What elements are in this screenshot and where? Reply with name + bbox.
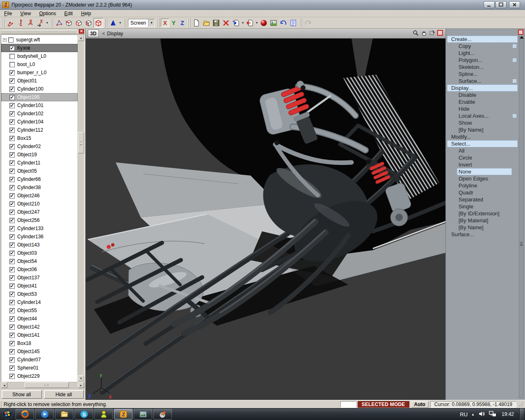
checkbox[interactable] (9, 275, 15, 281)
checkbox[interactable] (9, 259, 15, 264)
tree-item[interactable]: bumper_r_L0 (1, 68, 78, 77)
command-item[interactable]: Spline... (447, 71, 518, 78)
clock[interactable]: 19:42 (500, 411, 516, 417)
tree-item-root[interactable]: + supergt.wft (1, 36, 78, 44)
tree-item[interactable]: Cylinder136 (1, 233, 78, 241)
checkbox[interactable] (9, 292, 15, 297)
open-folder-icon[interactable] (201, 18, 211, 28)
resize-grip[interactable] (518, 402, 524, 407)
checkbox[interactable] (9, 78, 15, 84)
command-option-box[interactable] (512, 79, 517, 83)
tree-item[interactable]: Object195 (1, 93, 78, 101)
viewport-mode-button[interactable]: 3D (88, 30, 99, 37)
checkbox[interactable] (9, 251, 15, 256)
scroll-up-icon[interactable]: ▲ (78, 35, 84, 41)
tree-item[interactable]: Cylinder02 (1, 142, 78, 151)
tree-horizontal-scrollbar[interactable]: ◄ ► (1, 382, 84, 388)
checkbox[interactable] (9, 234, 15, 240)
tree-item[interactable]: Cylinder11 (1, 159, 78, 167)
command-item[interactable]: Surface... (447, 231, 518, 238)
axis-z-button[interactable]: Z (178, 18, 187, 27)
command-item[interactable]: Skeleton... (447, 64, 518, 71)
checkbox[interactable] (9, 111, 15, 116)
checkbox[interactable] (9, 242, 15, 248)
taskbar-paint-button[interactable] (153, 409, 172, 420)
checkbox[interactable] (9, 316, 15, 322)
command-item[interactable]: Open Edges (447, 175, 518, 182)
tray-expand-icon[interactable]: ▲ (471, 413, 475, 416)
taskbar-skype-button[interactable]: S (75, 409, 93, 420)
command-item[interactable]: Create... (447, 36, 518, 43)
face-mode-icon[interactable] (74, 18, 84, 28)
tree-item[interactable]: Object143 (1, 241, 78, 249)
tree-item[interactable]: Object55 (1, 306, 78, 315)
dropdown-arrow-icon[interactable]: ▾ (118, 21, 122, 25)
tree-item[interactable]: Object142 (1, 323, 78, 331)
toolbar-grip[interactable] (188, 18, 190, 27)
start-button[interactable] (0, 409, 15, 420)
axis-y-button[interactable]: Y (169, 18, 178, 27)
polygon-mode-icon[interactable] (84, 18, 94, 28)
minimize-button[interactable] (484, 1, 495, 8)
dropdown-arrow-icon[interactable]: ▾ (241, 21, 245, 25)
volume-icon[interactable] (478, 411, 485, 418)
undo-icon[interactable] (278, 18, 288, 28)
checkbox[interactable] (9, 144, 15, 149)
pan-hand-icon[interactable] (420, 30, 427, 38)
dropdown-arrow-icon[interactable]: ▾ (255, 21, 259, 25)
tree-item[interactable]: Object247 (1, 208, 78, 216)
hide-all-button[interactable]: Hide all (44, 390, 84, 399)
checkbox[interactable] (9, 95, 15, 100)
axis-x-button[interactable]: X (161, 18, 169, 27)
tree-item[interactable]: Sphere01 (1, 364, 78, 372)
scroll-down-icon[interactable]: ▼ (78, 375, 84, 381)
scroll-left-icon[interactable]: ◄ (1, 382, 7, 388)
checkbox[interactable] (9, 185, 15, 190)
command-item[interactable]: Show (447, 119, 518, 126)
scrollbar-thumb[interactable] (25, 382, 69, 388)
command-option-box[interactable] (512, 114, 517, 118)
toolbar-grip[interactable] (105, 18, 107, 27)
scrollbar-thumb[interactable] (78, 132, 84, 153)
new-file-icon[interactable] (192, 18, 201, 28)
network-icon[interactable] (489, 411, 496, 418)
command-item[interactable]: Single (447, 203, 518, 210)
tree-item[interactable]: Object145 (1, 347, 78, 356)
checkbox[interactable] (9, 226, 15, 231)
tree-item[interactable]: Object246 (1, 192, 78, 200)
command-item[interactable]: [By ID/Extension] (447, 210, 518, 217)
tree-item[interactable]: Cylinder133 (1, 224, 78, 233)
tree-item[interactable]: Object141 (1, 331, 78, 339)
notes-icon[interactable] (288, 18, 298, 28)
menu-view[interactable]: View (16, 10, 35, 17)
command-item[interactable]: Hide (447, 105, 518, 112)
tree-item[interactable]: Object19 (1, 151, 78, 159)
tree-item[interactable]: Cylinder102 (1, 110, 78, 118)
command-item[interactable]: Light... (447, 50, 518, 57)
tree-item[interactable]: Cylinder101 (1, 101, 78, 110)
taskbar-firefox-button[interactable] (16, 409, 34, 420)
breadcrumb-back[interactable]: < (102, 31, 105, 37)
checkbox[interactable] (9, 160, 15, 166)
command-item[interactable]: Local Axes... (447, 112, 518, 119)
object-mode-icon[interactable] (94, 18, 103, 28)
checkbox[interactable] (9, 374, 15, 379)
checkbox[interactable] (9, 193, 15, 199)
checkbox[interactable] (9, 136, 15, 141)
checkbox[interactable] (9, 267, 15, 272)
taskbar-explorer-button[interactable] (55, 409, 73, 420)
scrollbar-track[interactable] (78, 41, 84, 375)
tree-item[interactable]: Object229 (1, 372, 78, 380)
import-icon[interactable] (231, 18, 241, 28)
dropdown-arrow-icon[interactable]: ▾ (45, 21, 49, 25)
command-option-box[interactable] (512, 58, 517, 62)
figure-spray-icon[interactable] (35, 18, 45, 28)
tree-item[interactable]: Box18 (1, 339, 78, 347)
toolbar-grip[interactable] (299, 18, 302, 27)
checkbox[interactable] (9, 54, 15, 59)
auto-toggle[interactable]: Auto (411, 401, 429, 408)
checkbox[interactable] (9, 283, 15, 289)
tree-item[interactable]: Cylinder104 (1, 118, 78, 126)
tree-item[interactable]: Object44 (1, 315, 78, 323)
checkbox[interactable] (9, 365, 15, 371)
